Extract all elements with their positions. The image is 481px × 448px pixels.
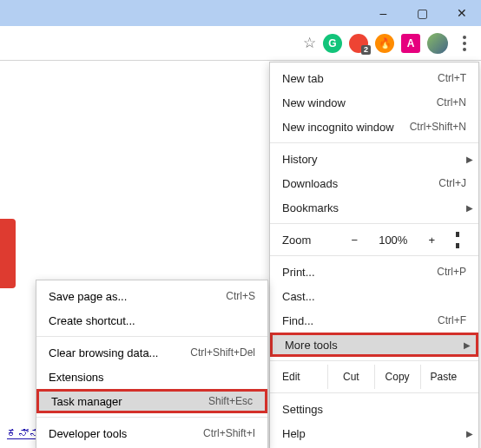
- menu-shortcut: Shift+Esc: [208, 395, 253, 407]
- menu-label: Bookmarks: [282, 201, 339, 214]
- menu-separator: [270, 255, 478, 256]
- menu-label: Print...: [282, 266, 315, 279]
- menu-label: Help: [282, 427, 306, 440]
- menu-label: New tab: [282, 72, 324, 85]
- minimize-button[interactable]: –: [364, 0, 403, 26]
- menu-cast[interactable]: Cast...: [270, 284, 478, 308]
- menu-shortcut: Ctrl+T: [438, 72, 466, 84]
- menu-downloads[interactable]: Downloads Ctrl+J: [270, 171, 478, 195]
- fullscreen-icon[interactable]: [449, 234, 466, 247]
- menu-label: Cast...: [282, 290, 315, 303]
- menu-help[interactable]: Help ▶: [270, 421, 478, 445]
- zoom-in-button[interactable]: +: [421, 234, 442, 247]
- menu-shortcut: Ctrl+S: [226, 290, 255, 302]
- menu-label: Save page as...: [49, 290, 127, 303]
- menu-label: More tools: [285, 339, 338, 352]
- menu-separator: [270, 142, 478, 143]
- menu-label: Developer tools: [49, 427, 127, 440]
- menu-label: Task manager: [51, 395, 122, 408]
- menu-find[interactable]: Find... Ctrl+F: [270, 308, 478, 333]
- submenu-clear-data[interactable]: Clear browsing data... Ctrl+Shift+Del: [36, 340, 267, 365]
- menu-label: Downloads: [282, 177, 338, 190]
- menu-label: History: [282, 153, 317, 166]
- menu-shortcut: Ctrl+J: [438, 177, 466, 189]
- submenu-save-page[interactable]: Save page as... Ctrl+S: [36, 284, 267, 308]
- zoom-value: 100%: [372, 234, 414, 247]
- menu-label: Extensions: [49, 371, 104, 384]
- menu-settings[interactable]: Settings: [270, 397, 478, 421]
- menu-label: Settings: [282, 403, 323, 416]
- menu-separator: [36, 417, 267, 418]
- extension-a-icon[interactable]: A: [401, 34, 420, 53]
- menu-zoom: Zoom − 100% +: [270, 227, 478, 252]
- menu-shortcut: Ctrl+Shift+N: [410, 121, 466, 133]
- menu-edit-row: Edit Cut Copy Paste: [270, 365, 478, 389]
- profile-avatar[interactable]: [427, 33, 448, 54]
- menu-print[interactable]: Print... Ctrl+P: [270, 260, 478, 284]
- submenu-create-shortcut[interactable]: Create shortcut...: [36, 308, 267, 333]
- menu-history[interactable]: History ▶: [270, 147, 478, 171]
- menu-shortcut: Ctrl+Shift+Del: [190, 346, 255, 359]
- menu-incognito[interactable]: New incognito window Ctrl+Shift+N: [270, 115, 478, 139]
- extension-grammarly-icon[interactable]: G: [323, 34, 342, 53]
- chevron-right-icon: ▶: [466, 429, 473, 438]
- extension-opera-icon[interactable]: [349, 34, 368, 53]
- chevron-right-icon: ▶: [464, 340, 471, 350]
- menu-new-tab[interactable]: New tab Ctrl+T: [270, 66, 478, 90]
- menu-copy[interactable]: Copy: [374, 365, 420, 389]
- menu-new-window[interactable]: New window Ctrl+N: [270, 90, 478, 115]
- menu-cut[interactable]: Cut: [327, 365, 373, 389]
- extension-fire-icon[interactable]: 🔥: [375, 34, 394, 53]
- menu-separator: [270, 360, 478, 361]
- menu-paste[interactable]: Paste: [420, 365, 466, 389]
- menu-label: Clear browsing data...: [49, 346, 158, 359]
- submenu-developer-tools[interactable]: Developer tools Ctrl+Shift+I: [36, 421, 267, 445]
- bookmark-star-icon[interactable]: ☆: [303, 34, 316, 52]
- chrome-main-menu: New tab Ctrl+T New window Ctrl+N New inc…: [269, 62, 479, 448]
- menu-separator: [36, 336, 267, 337]
- window-titlebar: – ▢ ✕: [0, 0, 481, 26]
- more-tools-submenu: Save page as... Ctrl+S Create shortcut..…: [36, 280, 268, 448]
- menu-shortcut: Ctrl+F: [438, 314, 466, 326]
- submenu-task-manager[interactable]: Task manager Shift+Esc: [36, 389, 267, 413]
- browser-toolbar: ☆ G 🔥 A: [0, 26, 481, 61]
- menu-label: Zoom: [282, 234, 311, 247]
- chevron-right-icon: ▶: [466, 155, 473, 164]
- zoom-out-button[interactable]: −: [345, 234, 366, 247]
- submenu-extensions[interactable]: Extensions: [36, 365, 267, 389]
- menu-separator: [270, 223, 478, 224]
- menu-label: Find...: [282, 314, 313, 327]
- maximize-button[interactable]: ▢: [403, 0, 442, 26]
- menu-more-tools[interactable]: More tools ▶: [270, 333, 478, 357]
- menu-label: Create shortcut...: [49, 314, 135, 327]
- menu-separator: [270, 392, 478, 393]
- chevron-right-icon: ▶: [466, 203, 473, 213]
- menu-edit-label: Edit: [282, 365, 327, 389]
- kebab-menu-icon[interactable]: [455, 32, 474, 55]
- menu-shortcut: Ctrl+P: [437, 266, 466, 278]
- menu-label: New incognito window: [282, 121, 394, 134]
- menu-bookmarks[interactable]: Bookmarks ▶: [270, 195, 478, 220]
- close-button[interactable]: ✕: [442, 0, 481, 26]
- menu-shortcut: Ctrl+N: [437, 96, 466, 109]
- menu-shortcut: Ctrl+Shift+I: [203, 427, 255, 439]
- page-logo-fragment: [0, 219, 16, 288]
- menu-label: New window: [282, 96, 346, 109]
